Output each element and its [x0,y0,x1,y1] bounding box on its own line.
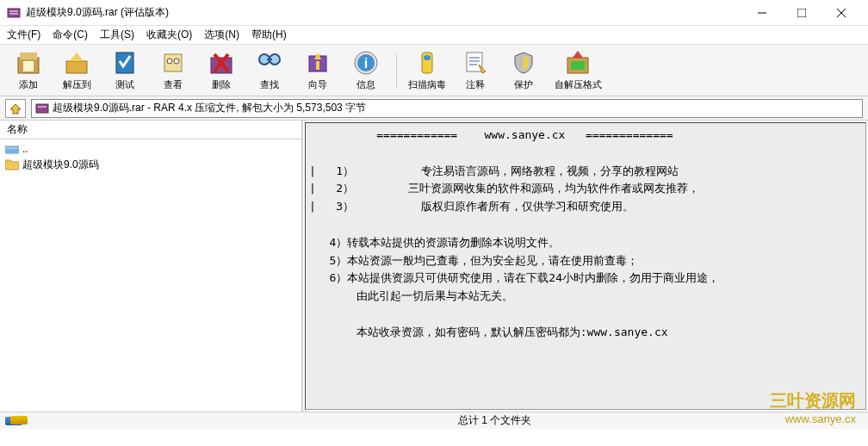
svg-rect-33 [36,104,48,113]
tb-scan[interactable]: 扫描病毒 [406,46,449,95]
tb-find[interactable]: 查找 [248,46,291,95]
minimize-button[interactable] [742,0,782,26]
svg-rect-11 [164,54,182,71]
tree-folder[interactable]: 超级模块9.0源码 [3,157,298,172]
maximize-button[interactable] [782,0,822,26]
menu-fav[interactable]: 收藏夹(O) [146,28,192,42]
tb-sfx[interactable]: 自解压格式 [550,46,605,95]
tb-test[interactable]: 测试 [103,46,146,95]
menu-help[interactable]: 帮助(H) [251,28,287,42]
tb-wizard[interactable]: 向导 [296,46,339,95]
svg-point-12 [167,59,172,64]
protect-icon [510,49,537,77]
scan-icon [413,49,441,77]
tb-add[interactable]: 添加 [7,46,50,95]
tb-extract[interactable]: 解压到 [55,46,98,95]
file-tree[interactable]: .. 超级模块9.0源码 [0,139,301,412]
svg-rect-4 [797,9,806,17]
tree-parent[interactable]: .. [3,141,298,157]
address-text: 超级模块9.0源码.rar - RAR 4.x 压缩文件, 解包大小为 5,57… [53,101,366,115]
archive-icon [35,102,49,115]
address-field[interactable]: 超级模块9.0源码.rar - RAR 4.x 压缩文件, 解包大小为 5,57… [31,99,863,118]
wizard-icon [304,49,332,77]
extract-icon [63,49,90,77]
delete-icon [208,49,235,77]
svg-rect-27 [467,53,482,71]
column-header-name[interactable]: 名称 [0,121,301,139]
find-icon [256,49,283,77]
status-bar: 总计 1 个文件夹 [0,412,868,429]
disk-icon [5,417,22,425]
svg-rect-34 [38,106,46,108]
add-icon [15,49,42,77]
test-icon [111,49,139,77]
file-list-pane: 名称 .. 超级模块9.0源码 [0,121,303,412]
menu-tools[interactable]: 工具(S) [100,28,134,42]
svg-point-26 [424,55,431,60]
svg-rect-2 [9,13,18,15]
svg-point-13 [174,59,179,64]
window-title: 超级模块9.0源码.rar (评估版本) [26,5,742,20]
folder-icon [5,158,19,170]
tb-info[interactable]: i信息 [344,46,388,95]
tb-comment[interactable]: 注释 [454,46,497,95]
up-arrow-icon [9,102,22,115]
comment-icon [462,49,489,77]
svg-rect-32 [571,61,585,70]
svg-rect-36 [5,149,19,153]
menu-cmd[interactable]: 命令(C) [53,28,88,42]
app-icon [7,6,21,20]
svg-rect-9 [66,61,87,73]
svg-rect-19 [267,59,272,60]
menu-opt[interactable]: 选项(N) [204,28,239,42]
toolbar: 添加 解压到 测试 查看 删除 查找 向导 i信息 扫描病毒 注释 保护 自解压… [0,45,868,96]
view-icon [159,49,187,77]
comment-preview[interactable]: ============ www.sanye.cx ============= … [305,122,866,410]
menu-file[interactable]: 文件(F) [7,28,40,42]
up-button[interactable] [5,99,26,118]
menu-bar: 文件(F) 命令(C) 工具(S) 收藏夹(O) 选项(N) 帮助(H) [0,26,868,45]
drive-icon [5,143,19,155]
tb-delete[interactable]: 删除 [200,46,243,95]
close-button[interactable] [822,0,861,26]
sfx-icon [564,49,592,77]
info-icon: i [352,49,380,77]
svg-rect-8 [20,53,37,59]
tb-view[interactable]: 查看 [152,46,195,95]
status-summary: 总计 1 个文件夹 [303,413,868,428]
svg-rect-21 [316,61,319,70]
svg-rect-1 [9,10,18,12]
toolbar-separator [396,53,397,88]
svg-text:i: i [364,56,368,71]
tb-protect[interactable]: 保护 [502,46,545,95]
